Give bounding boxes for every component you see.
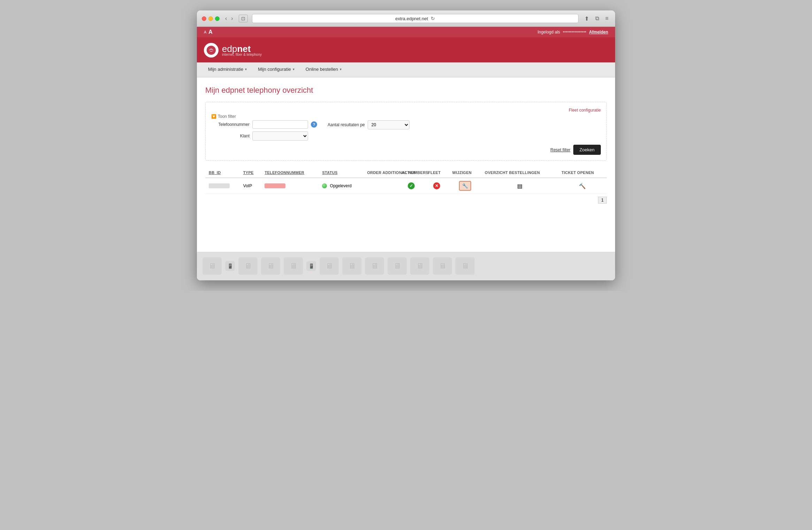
device-icon-2: 📱 [225,261,235,271]
filter-fields: Telefoonnummer ? Klant Aantal resulta [211,120,601,141]
col-ticket: TICKET OPENEN [558,168,607,178]
col-telefoonnummer[interactable]: TELEFOONNUMMER [261,168,319,178]
cell-bb-id [205,178,240,194]
browser-window: ‹ › ⊡ extra.edpnet.net ↻ ⬆ ⧉ ≡ A A Ingel… [197,10,615,280]
reload-button[interactable]: ↻ [431,16,435,21]
bb-id-value [209,183,230,188]
logo-text: edpnet internet, fiber & telephony [222,44,262,56]
browser-titlebar: ‹ › ⊡ extra.edpnet.net ↻ ⬆ ⧉ ≡ [197,10,615,27]
cell-telefoonnummer [261,178,319,194]
top-bar: A A Ingelogd als •••••••••••••••• Afmeld… [197,27,615,37]
telefoonnummer-value [265,183,285,188]
pagination-row: 1 [205,194,607,206]
wrench-icon: 🔧 [462,183,468,189]
overzicht-button[interactable]: ▤ [516,182,523,190]
device-icon-5: 🖥 [284,257,303,275]
close-button[interactable] [202,16,206,21]
cell-actief: ✓ [398,178,424,194]
filter-phone-row: Telefoonnummer ? [211,120,317,129]
klant-label: Klant [211,134,250,138]
logo-svg [206,45,216,55]
filter-icon: 🔽 [211,114,216,119]
col-type[interactable]: TYPE [240,168,261,178]
browser-actions: ⬆ ⧉ ≡ [583,15,610,23]
results-label: Aantal resultaten pe [328,122,365,127]
table-row: VoIP Opgeleverd ✓ [205,178,607,194]
svg-point-0 [207,46,216,55]
table-header: BB_ID TYPE TELEFOONNUMMER STATUS ORDER A [205,168,607,178]
device-icon-6: 📱 [306,261,316,271]
col-wijzigen: WIJZIGEN [449,168,481,178]
traffic-lights [202,16,220,21]
filter-klant-row: Klant [211,131,317,141]
nav-mijn-administratie[interactable]: Mijn administratie ▾ [202,62,252,77]
device-icon-4: 🖥 [261,257,280,275]
bottom-strip: 🖥 📱 🖥 🖥 🖥 📱 🖥 🖥 🖥 🖥 🖥 🖥 🖥 [197,252,615,280]
device-icon-11: 🖥 [410,257,429,275]
nav-online-bestellen-label: Online bestellen [306,67,338,72]
filter-area: Fleet configuratie 🔽 Toon filter Telefoo… [205,102,607,161]
zoeken-button[interactable]: Zoeken [573,145,601,155]
nav-bar: Mijn administratie ▾ Mijn configuratie ▾… [197,62,615,77]
cell-ticket[interactable]: 🔨 [558,178,607,194]
menu-button[interactable]: ≡ [604,15,610,23]
page-number[interactable]: 1 [598,197,607,204]
col-bb-id[interactable]: BB_ID [205,168,240,178]
type-value: VoIP [243,183,252,188]
minimize-button[interactable] [208,16,213,21]
new-tab-button[interactable]: ⧉ [593,15,601,23]
cell-fleet: ✕ [424,178,449,194]
main-content: Mijn edpnet telephony overzicht Fleet co… [197,77,615,252]
cell-overzicht[interactable]: ▤ [481,178,558,194]
font-large-button[interactable]: A [208,29,213,35]
wijzigen-button[interactable]: 🔧 [459,181,471,191]
reset-filter-button[interactable]: Reset filter [550,145,570,155]
font-small-button[interactable]: A [204,30,206,34]
filter-group-left: Telefoonnummer ? Klant [211,120,317,141]
device-icon-3: 🖥 [238,257,258,275]
col-order-additional: ORDER ADDITIONAL NUMBERS [363,168,398,178]
url-text: extra.edpnet.net [395,16,428,21]
nav-mijn-administratie-label: Mijn administratie [208,67,243,72]
maximize-button[interactable] [215,16,220,21]
url-bar[interactable]: extra.edpnet.net ↻ [252,14,579,23]
phone-label: Telefoonnummer [211,122,250,127]
sidebar-toggle-button[interactable]: ⊡ [239,15,248,22]
col-status[interactable]: STATUS [319,168,363,178]
fleet-cross-icon: ✕ [433,182,440,189]
cell-order-additional [363,178,398,194]
toon-filter-button[interactable]: 🔽 Toon filter [211,114,236,119]
page-title: Mijn edpnet telephony overzicht [205,86,607,95]
logo-bar: edpnet internet, fiber & telephony [197,37,615,62]
device-icon-13: 🖥 [455,257,475,275]
nav-mijn-configuratie-arrow: ▾ [293,67,294,71]
logged-in-label: Ingelogd als [537,30,560,35]
phone-help-icon[interactable]: ? [311,121,317,128]
device-icon-7: 🖥 [320,257,339,275]
fleet-config-link[interactable]: Fleet configuratie [211,108,601,113]
status-label: Opgeleverd [330,183,352,188]
device-icon-10: 🖥 [388,257,407,275]
ticket-button[interactable]: 🔨 [578,182,587,190]
results-select[interactable]: 10 20 50 100 [368,120,409,129]
forward-button[interactable]: › [230,15,234,22]
phone-input[interactable] [252,120,308,129]
col-fleet: FLEET [424,168,449,178]
user-name: •••••••••••••••• [563,30,586,35]
cell-wijzigen[interactable]: 🔧 [449,178,481,194]
klant-select[interactable] [252,131,308,141]
actief-check-icon: ✓ [408,182,415,189]
device-icon-1: 🖥 [202,257,222,275]
cell-type: VoIP [240,178,261,194]
share-button[interactable]: ⬆ [583,15,591,23]
nav-online-bestellen-arrow: ▾ [340,67,342,71]
back-button[interactable]: ‹ [224,15,228,22]
device-icon-8: 🖥 [342,257,361,275]
nav-online-bestellen[interactable]: Online bestellen ▾ [300,62,347,77]
results-group: Aantal resultaten pe 10 20 50 100 [328,120,409,129]
device-icon-12: 🖥 [433,257,452,275]
logo-container: edpnet internet, fiber & telephony [204,43,262,58]
logout-link[interactable]: Afmelden [589,30,608,35]
nav-mijn-configuratie[interactable]: Mijn configuratie ▾ [252,62,300,77]
device-icon-9: 🖥 [365,257,384,275]
